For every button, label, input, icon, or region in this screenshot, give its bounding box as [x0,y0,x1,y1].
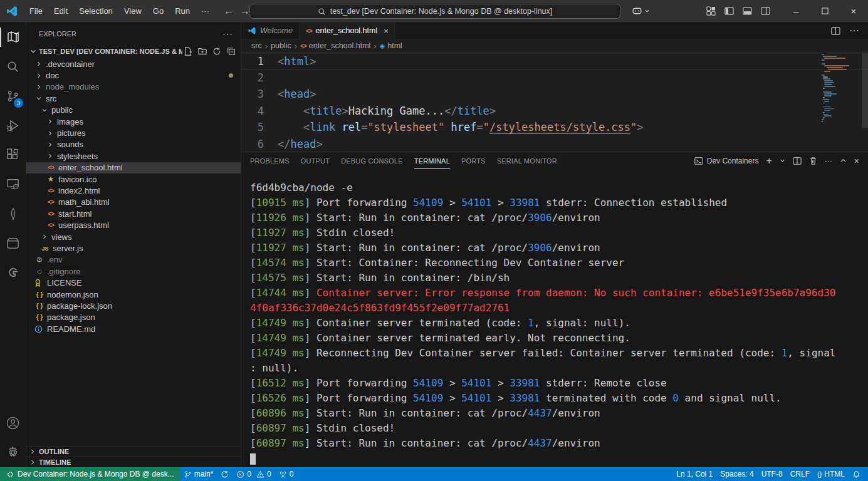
explorer-more-actions-icon[interactable]: ··· [222,29,233,39]
activity-extensions-icon[interactable] [0,140,26,170]
panel-tab-output[interactable]: OUTPUT [301,152,330,169]
forward-button[interactable]: → [240,6,250,17]
activity-explorer-icon[interactable] [0,23,26,52]
collapse-all-icon[interactable] [227,47,236,56]
tree-item--env[interactable]: ⚙.env [26,254,241,266]
status-crlf[interactable]: CRLF [787,467,813,481]
activity-search-icon[interactable] [0,52,26,81]
sync-status[interactable] [217,467,233,481]
split-editor-icon[interactable] [831,26,840,36]
terminal-selector[interactable]: Dev Containers [694,157,759,165]
tree-item-sounds[interactable]: sounds [26,139,241,150]
menu-run[interactable]: Run [169,4,196,18]
menu-selection[interactable]: Selection [73,4,118,18]
tree-item--gitignore[interactable]: ◇.gitignore [26,266,241,277]
minimap[interactable] [820,54,859,128]
ports-status[interactable]: 0 [275,467,298,481]
activity-source-control-icon[interactable]: 3 [0,81,26,111]
tree-item-package-json[interactable]: { }package.json [26,312,241,323]
new-folder-icon[interactable] [198,47,207,56]
panel-tab-serial-monitor[interactable]: SERIAL MONITOR [497,152,557,169]
notifications-bell[interactable] [849,467,868,481]
tree-item-nodemon-json[interactable]: { }nodemon.json [26,289,241,300]
toggle-secondary-sidebar-icon[interactable] [761,6,770,16]
maximize-button[interactable] [810,0,839,23]
customize-layout-icon[interactable] [706,6,716,16]
tree-item-start-html[interactable]: <>start.html [26,208,241,219]
status-ln-1-col-1[interactable]: Ln 1, Col 1 [672,467,716,481]
toggle-panel-icon[interactable] [743,6,752,16]
tree-item-images[interactable]: images [26,116,241,127]
activity-docker-explorer-icon[interactable] [0,229,26,258]
tree-item-node-modules[interactable]: node_modules [26,81,241,93]
close-button[interactable]: × [839,0,868,23]
status-utf-8[interactable]: UTF-8 [758,467,787,481]
status-spaces-4[interactable]: Spaces: 4 [716,467,757,481]
braces-file-icon: { } [34,312,44,323]
remote-indicator[interactable]: Dev Container: Node.js & Mongo DB @ desk… [0,467,180,481]
tree-item-package-lock-json[interactable]: { }package-lock.json [26,300,241,311]
activity-accounts-icon[interactable] [0,408,26,438]
tree-item--devcontainer[interactable]: .devcontainer [26,58,241,70]
command-center-search[interactable]: test_dev [Dev Container: Node.js & Mongo… [249,4,620,19]
activity-mongodb-icon[interactable] [0,199,26,229]
menu-edit[interactable]: Edit [48,4,73,18]
tree-item-license[interactable]: LICENSE [26,277,241,288]
language-mode[interactable]: {} HTML [813,467,849,481]
minimize-button[interactable]: – [782,0,810,23]
back-button[interactable]: ← [224,6,234,17]
editor-more-actions-icon[interactable]: ··· [849,25,859,36]
menu-[interactable]: ··· [196,4,215,18]
new-terminal-icon[interactable]: + [766,155,771,167]
new-file-icon[interactable] [184,47,192,56]
menu-view[interactable]: View [118,4,147,18]
tree-item-userpass-html[interactable]: <>userpass.html [26,219,241,230]
terminal-dropdown-icon[interactable] [780,158,785,163]
panel-tab-debug-console[interactable]: DEBUG CONSOLE [341,152,403,169]
breadcrumb-src[interactable]: src [251,41,262,50]
tab-close-icon[interactable]: × [384,26,389,36]
tree-item-favicon-ico[interactable]: ★favicon.ico [26,173,241,185]
sidebar-section-outline[interactable]: OUTLINE [26,446,241,457]
panel-tab-ports[interactable]: PORTS [461,152,486,169]
tree-item-index2-html[interactable]: <>index2.html [26,185,241,196]
editor-scrollbar[interactable] [862,53,868,128]
problems-status[interactable]: 0 0 [233,467,275,481]
panel-tab-problems[interactable]: PROBLEMS [250,152,290,169]
activity-settings-icon[interactable] [0,438,26,467]
tree-item-readme-md[interactable]: README.md [26,323,241,334]
git-branch-status[interactable]: main* [180,467,217,481]
tab-enter-school-html[interactable]: <>enter_school.html× [300,23,395,39]
breadcrumb-html[interactable]: ◈html [380,41,402,50]
panel-tab-terminal[interactable]: TERMINAL [414,152,450,169]
copilot-button[interactable] [632,6,650,16]
maximize-panel-icon[interactable] [840,157,847,164]
refresh-icon[interactable] [212,47,221,56]
tree-item-enter-school-html[interactable]: <>enter_school.html [26,162,241,173]
tab-welcome[interactable]: Welcome [241,23,300,39]
panel-more-actions-icon[interactable]: ··· [825,157,832,165]
tree-item-public[interactable]: public [26,105,241,116]
menu-go[interactable]: Go [147,4,169,18]
tree-item-stylesheets[interactable]: stylesheets [26,150,241,162]
kill-terminal-icon[interactable] [809,157,817,165]
activity-gitlens-icon[interactable] [0,258,26,287]
tree-item-views[interactable]: views [26,231,241,242]
tree-item-pictures[interactable]: pictures [26,127,241,138]
split-terminal-icon[interactable] [793,157,802,165]
code-editor[interactable]: 1<html>23<head>4 <title>Hacking Game...<… [241,53,868,152]
terminal-output[interactable]: f6d4b9cba/node -e[10915 ms] Port forward… [241,169,868,467]
breadcrumb-enter-school-html[interactable]: <>enter_school.html [300,41,370,50]
toggle-sidebar-icon[interactable] [724,6,734,16]
breadcrumb-public[interactable]: public [271,41,291,50]
tree-item-doc[interactable]: doc [26,70,241,81]
close-panel-icon[interactable]: × [854,156,859,166]
activity-remote-explorer-icon[interactable] [0,170,26,199]
activity-run-debug-icon[interactable] [0,111,26,140]
sidebar-section-timeline[interactable]: TIMELINE [26,457,241,467]
tree-item-src[interactable]: src [26,93,241,104]
menu-file[interactable]: File [24,4,48,18]
workspace-section-header[interactable]: TEST_DEV [DEV CONTAINER: NODE.JS & MONGO… [26,44,241,58]
tree-item-math-abi-html[interactable]: <>math_abi.html [26,197,241,208]
tree-item-server-js[interactable]: JSserver.js [26,242,241,254]
